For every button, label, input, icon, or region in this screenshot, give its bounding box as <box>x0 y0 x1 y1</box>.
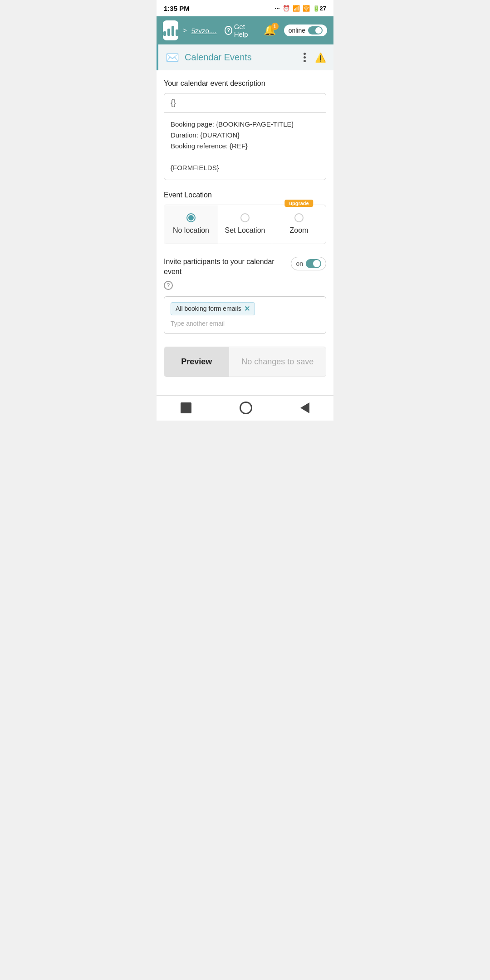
back-square-button[interactable] <box>181 402 191 413</box>
location-option-zoom[interactable]: upgrade Zoom <box>272 205 326 244</box>
wifi-icon: 🛜 <box>303 5 310 12</box>
back-triangle-button[interactable] <box>300 402 309 413</box>
page-title: Calendar Events <box>185 52 294 63</box>
email-input-placeholder[interactable]: Type another email <box>171 319 319 328</box>
save-button: No changes to save <box>229 347 326 377</box>
bottom-nav <box>157 395 333 421</box>
description-section-label: Your calendar event description <box>164 79 326 88</box>
notification-badge: 1 <box>271 23 279 30</box>
warning-icon: ⚠️ <box>315 52 326 63</box>
location-options: No location Set Location upgrade Zoom <box>164 205 326 244</box>
participants-toggle-button[interactable]: on <box>291 257 326 270</box>
radio-set-location-icon <box>240 213 250 222</box>
location-option-no-location[interactable]: No location <box>164 205 218 244</box>
radio-zoom-icon <box>294 213 304 222</box>
description-container: {} Booking page: {BOOKING-PAGE-TITLE} Du… <box>164 93 326 180</box>
location-section: Event Location No location Set Location … <box>164 191 326 244</box>
email-chip: All booking form emails ✕ <box>171 302 255 315</box>
calendar-events-icon: ✉️ <box>166 51 179 64</box>
status-bar: 1:35 PM ··· ⏰ 📶 🛜 🔋27 <box>157 0 333 16</box>
participants-label: Invite participants to your calendar eve… <box>164 257 286 277</box>
logo-bars-icon <box>163 25 178 36</box>
location-section-label: Event Location <box>164 191 326 199</box>
notification-bell-button[interactable]: 🔔 1 <box>264 24 276 36</box>
toggle-on-icon <box>306 259 321 268</box>
more-options-button[interactable] <box>300 51 309 64</box>
signal-bars-icon: 📶 <box>293 5 300 12</box>
signal-dots-icon: ··· <box>275 5 280 12</box>
status-time: 1:35 PM <box>164 5 190 12</box>
no-location-label: No location <box>173 226 209 235</box>
top-nav: > 5zvzo.... ? Get Help 🔔 1 online <box>157 16 333 44</box>
preview-button[interactable]: Preview <box>164 347 229 377</box>
online-toggle-button[interactable]: online <box>284 24 327 36</box>
help-button[interactable]: ? Get Help <box>225 23 254 38</box>
participants-header: Invite participants to your calendar eve… <box>164 257 326 290</box>
online-label: online <box>289 27 305 34</box>
help-label: Get Help <box>234 23 255 38</box>
email-box[interactable]: All booking form emails ✕ Type another e… <box>164 296 326 334</box>
nav-arrow-icon: > <box>183 27 186 34</box>
participants-section: Invite participants to your calendar eve… <box>164 257 326 334</box>
upgrade-badge: upgrade <box>284 200 313 207</box>
home-circle-button[interactable] <box>240 402 252 414</box>
toggle-knob-icon <box>308 26 323 34</box>
help-circle-icon: ? <box>225 26 232 35</box>
app-logo[interactable] <box>163 20 178 40</box>
location-option-set-location[interactable]: Set Location <box>218 205 272 244</box>
description-toolbar[interactable]: {} <box>164 93 326 113</box>
email-chip-label: All booking form emails <box>176 305 241 312</box>
clock-icon: ⏰ <box>283 5 290 12</box>
status-icons: ··· ⏰ 📶 🛜 🔋27 <box>275 5 326 12</box>
zoom-label: Zoom <box>290 226 309 235</box>
battery-icon: 🔋27 <box>313 5 326 12</box>
radio-no-location-icon <box>186 213 196 222</box>
participants-toggle-label: on <box>296 260 303 267</box>
footer-buttons: Preview No changes to save <box>164 347 326 377</box>
description-body[interactable]: Booking page: {BOOKING-PAGE-TITLE} Durat… <box>164 113 326 180</box>
breadcrumb-link[interactable]: 5zvzo.... <box>191 27 217 34</box>
set-location-label: Set Location <box>225 226 265 235</box>
info-icon[interactable]: ? <box>164 281 173 290</box>
remove-email-chip-button[interactable]: ✕ <box>244 304 250 313</box>
braces-icon: {} <box>171 98 176 107</box>
main-content: Your calendar event description {} Booki… <box>157 70 333 395</box>
page-header: ✉️ Calendar Events ⚠️ <box>157 44 333 70</box>
